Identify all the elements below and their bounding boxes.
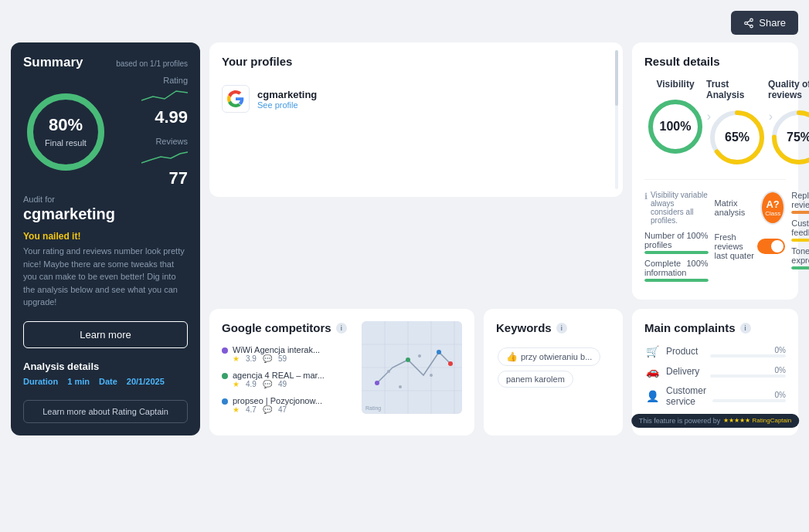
customer-service-bar: 0% xyxy=(712,391,786,402)
feedback-label: Customer feedback xyxy=(791,219,809,237)
quality-ring: 75% xyxy=(768,107,809,168)
quality-metric: Quality of reviews 75% xyxy=(768,79,809,168)
summary-title: Summary xyxy=(23,55,83,70)
customer-service-label: Customer service xyxy=(666,385,706,407)
profiles-title: Your profiles xyxy=(222,55,610,68)
keywords-info-icon[interactable]: i xyxy=(556,323,567,334)
svg-text:Rating: Rating xyxy=(365,405,381,412)
matrix-value: A? xyxy=(766,198,779,210)
trust-metric: Trust Analysis 65% xyxy=(706,79,768,168)
complaints-title: Main complaints xyxy=(644,321,736,334)
keyword-1-text: przy otwieraniu b... xyxy=(521,352,592,361)
score-percent: 80% xyxy=(45,115,87,135)
customer-service-icon: 👤 xyxy=(644,390,660,402)
keyword-2[interactable]: panem karolem xyxy=(496,368,610,390)
review-icon-3: 💬 xyxy=(263,405,272,414)
learn-more-button[interactable]: Learn more xyxy=(23,321,188,348)
result-details-title: Result details xyxy=(644,55,786,68)
nailed-it-label: You nailed it! xyxy=(23,231,188,242)
trust-section: Matrix analysis A? Class Fresh reviews l… xyxy=(715,191,786,286)
keywords-title: Keywords xyxy=(496,321,552,334)
competitors-info-icon[interactable]: i xyxy=(336,323,347,334)
svg-point-23 xyxy=(406,357,410,362)
competitor-2-rating: 4.9 xyxy=(246,380,257,388)
svg-line-4 xyxy=(747,20,750,22)
svg-point-0 xyxy=(750,19,753,22)
svg-point-28 xyxy=(430,374,433,377)
complaint-product: 🛒 Product 0% xyxy=(644,345,786,357)
quality-value: 75% xyxy=(787,130,809,144)
product-icon: 🛒 xyxy=(644,345,660,357)
profiles-bar: Number of profiles 100% xyxy=(644,231,709,254)
competitors-panel: Google competitors i WiWi Agencja intera… xyxy=(209,309,474,435)
visibility-value: 100% xyxy=(660,120,692,134)
google-icon xyxy=(222,85,250,113)
delivery-value: 0% xyxy=(710,366,786,374)
review-icon-2: 💬 xyxy=(263,380,272,388)
share-label: Share xyxy=(759,17,786,29)
competitor-2-name: agencja 4 REAL – mar... xyxy=(233,371,325,380)
keyword-1[interactable]: 👍 przy otwieraniu b... xyxy=(496,345,610,368)
complete-info-bar: Complete information 100% xyxy=(644,259,709,282)
replying-bar: Replying to reviews 42% xyxy=(791,191,809,214)
complaints-info-icon[interactable]: i xyxy=(740,323,751,334)
rating-captain-brand: ★★★★★ RatingCaptain xyxy=(723,417,791,424)
delivery-bar: 0% xyxy=(710,366,786,378)
rating-value: 4.99 xyxy=(141,107,188,127)
reviews-value: 77 xyxy=(141,168,188,188)
delivery-label: Delivery xyxy=(666,366,704,377)
product-label: Product xyxy=(666,346,704,357)
visibility-ring: 100% xyxy=(644,96,706,158)
competitor-3-dot xyxy=(222,398,228,405)
review-icon: 💬 xyxy=(263,354,272,363)
visibility-metric: Visibility 100% xyxy=(644,79,706,168)
svg-point-27 xyxy=(418,354,421,357)
visibility-label: Visibility xyxy=(656,79,694,90)
svg-point-22 xyxy=(375,381,379,385)
learn-captain-button[interactable]: Learn more about Rating Captain xyxy=(23,400,188,423)
company-name: cgmarketing xyxy=(23,205,188,223)
feedback-bar: Customer feedback 83% xyxy=(791,219,809,242)
competitor-3: propseo | Pozycjonow... ★ 4.7 💬 47 xyxy=(222,396,352,414)
star-icon: ★ xyxy=(233,354,240,363)
competitor-1-name: WiWi Agencja interak... xyxy=(233,345,320,354)
visibility-section: ℹ Visibility variable always considers a… xyxy=(644,191,709,286)
analysis-details-title: Analysis details xyxy=(23,361,188,372)
fresh-reviews-toggle[interactable] xyxy=(757,239,785,254)
competitor-3-reviews: 47 xyxy=(278,405,287,414)
result-details-panel: Result details Visibility 100% Trust Ana… xyxy=(632,42,798,300)
trust-label: Trust Analysis xyxy=(706,79,768,100)
quality-label: Quality of reviews xyxy=(768,79,809,100)
profile-name: cgmarketing xyxy=(257,89,317,100)
profiles-panel: Your profiles cgmarketing See profile xyxy=(209,42,623,197)
svg-point-29 xyxy=(399,385,402,388)
profiles-value: 100% xyxy=(686,231,708,249)
reviews-label: Reviews xyxy=(141,137,188,146)
svg-point-24 xyxy=(437,350,441,354)
complaint-customer-service: 👤 Customer service 0% xyxy=(644,385,786,407)
audit-for-label: Audit for xyxy=(23,195,188,204)
competitor-1-reviews: 59 xyxy=(278,354,287,363)
rating-sparkline xyxy=(141,85,188,104)
svg-point-26 xyxy=(387,370,390,373)
quality-section: Replying to reviews 42% Customer feedbac… xyxy=(791,191,809,286)
profiles-label: Number of profiles xyxy=(644,231,686,249)
svg-point-1 xyxy=(745,22,748,25)
profiles-scrollbar[interactable] xyxy=(615,50,618,189)
share-icon xyxy=(743,18,754,29)
rating-label: Rating xyxy=(141,76,188,85)
svg-point-25 xyxy=(448,361,453,366)
competitor-2-dot xyxy=(222,373,228,379)
score-label: Final result xyxy=(45,138,87,147)
competitor-1: WiWi Agencja interak... ★ 3.9 💬 59 xyxy=(222,345,352,363)
keyword-2-text: panem karolem xyxy=(506,374,565,384)
star-icon-2: ★ xyxy=(233,380,240,388)
complete-info-label: Complete information xyxy=(644,259,686,277)
info-circle-icon: ℹ xyxy=(644,191,648,202)
see-profile-link[interactable]: See profile xyxy=(257,100,317,110)
competitor-3-rating: 4.7 xyxy=(246,405,257,414)
share-button[interactable]: Share xyxy=(731,11,798,35)
complaints-panel: Main complaints i 🛒 Product 0% 🚗 Deliver… xyxy=(632,309,798,435)
svg-line-3 xyxy=(747,23,750,25)
competitor-2-reviews: 49 xyxy=(278,380,287,388)
